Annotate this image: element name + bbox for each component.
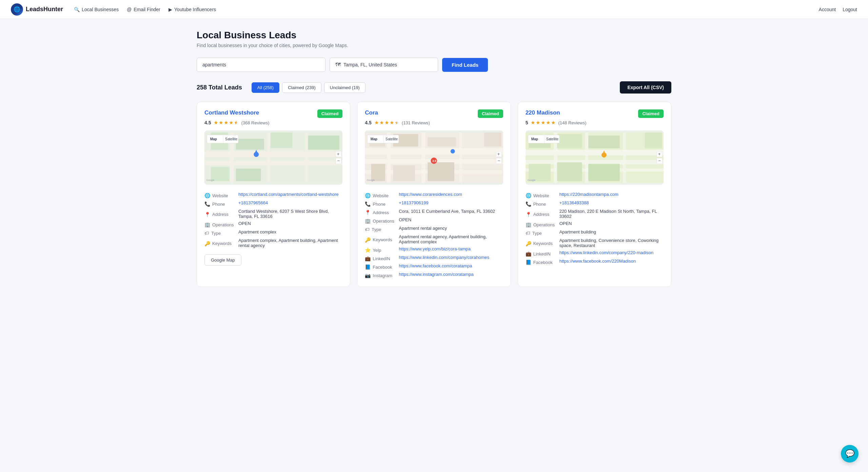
linkedin-link-2[interactable]: https://www.linkedin.com/company/corahom… xyxy=(399,255,503,261)
svg-text:−: − xyxy=(337,158,340,163)
operations-3: OPEN xyxy=(559,221,664,227)
facebook-link-2[interactable]: https://www.facebook.com/coratampa xyxy=(399,263,503,270)
website-link-3[interactable]: https://220madisontampa.com xyxy=(559,192,664,198)
claimed-badge-1: Claimed xyxy=(317,109,343,118)
page-title: Local Business Leads xyxy=(197,30,671,41)
svg-text:−: − xyxy=(498,158,500,163)
navbar-links: 🔍 Local Businesses @ Email Finder ▶ Yout… xyxy=(74,7,216,12)
logout-link[interactable]: Logout xyxy=(843,7,857,12)
brand-logo-icon: 🌐 xyxy=(11,3,23,16)
nav-local-businesses[interactable]: 🔍 Local Businesses xyxy=(74,7,119,12)
operations-2: OPEN xyxy=(399,217,503,224)
svg-rect-4 xyxy=(267,132,270,183)
address-1: Cortland Westshore, 6207 S West Shore Bl… xyxy=(238,209,342,219)
website-link-1[interactable]: https://cortland.com/apartments/cortland… xyxy=(238,192,342,198)
svg-text:Satellite: Satellite xyxy=(225,137,238,141)
total-leads-label: 258 Total Leads xyxy=(197,84,242,91)
filter-all-button[interactable]: All (258) xyxy=(252,82,279,93)
svg-rect-9 xyxy=(308,136,339,150)
svg-rect-11 xyxy=(236,168,261,181)
youtube-icon: ▶ xyxy=(169,7,172,12)
svg-text:+: + xyxy=(337,151,340,157)
website-link-2[interactable]: https://www.coraresidences.com xyxy=(399,192,503,198)
svg-rect-51 xyxy=(526,160,664,164)
svg-rect-29 xyxy=(459,132,462,183)
svg-rect-56 xyxy=(645,132,662,148)
filter-unclaimed-button[interactable]: Unclaimed (19) xyxy=(324,82,366,93)
claimed-badge-3: Claimed xyxy=(638,109,664,118)
rating-number-1: 4.5 xyxy=(204,120,211,125)
page-subtitle: Find local businesses in your choice of … xyxy=(197,43,671,48)
svg-rect-61 xyxy=(557,162,582,181)
nav-email-finder[interactable]: @ Email Finder xyxy=(127,7,160,12)
nav-youtube-influencers[interactable]: ▶ Youtube Influencers xyxy=(169,7,216,12)
info-rows-3: 🌐Website https://220madisontampa.com 📞Ph… xyxy=(526,191,664,266)
brand-logo-link[interactable]: 🌐 LeadsHunter xyxy=(11,3,63,16)
map-placeholder-2: 3.9 Google Map Satellite + − xyxy=(365,130,503,185)
svg-point-39 xyxy=(451,149,455,153)
search-bar: 🗺 Find Leads xyxy=(197,58,671,72)
keywords-1: Apartment complex, Apartment building, A… xyxy=(238,238,342,248)
brand-name: LeadsHunter xyxy=(26,6,63,13)
filter-row: 258 Total Leads All (258) Claimed (239) … xyxy=(197,81,671,94)
svg-point-12 xyxy=(254,152,259,157)
svg-text:Map: Map xyxy=(210,137,217,141)
instagram-link-2[interactable]: https://www.instagram.com/coratampa xyxy=(399,272,503,278)
claimed-badge-2: Claimed xyxy=(478,109,503,118)
email-icon: @ xyxy=(127,7,132,12)
svg-rect-24 xyxy=(365,148,503,155)
filter-claimed-button[interactable]: Claimed (239) xyxy=(282,82,321,93)
svg-rect-59 xyxy=(588,136,620,148)
card-rating-1: 4.5 ★ ★ ★ ★ ★★ (368 Reviews) xyxy=(204,120,342,126)
export-csv-button[interactable]: Export All (CSV) xyxy=(620,81,671,94)
navbar: 🌐 LeadsHunter 🔍 Local Businesses @ Email… xyxy=(0,0,868,19)
lead-card-3: Claimed 220 Madison 5 ★ ★ ★ ★ ★ (148 Rev… xyxy=(518,102,671,287)
operations-1: OPEN xyxy=(238,221,342,227)
svg-rect-54 xyxy=(585,132,588,183)
yelp-link-2[interactable]: https://www.yelp.com/biz/cora-tampa xyxy=(399,246,503,253)
card-rating-3: 5 ★ ★ ★ ★ ★ (148 Reviews) xyxy=(526,120,664,126)
account-link[interactable]: Account xyxy=(819,7,836,12)
svg-text:−: − xyxy=(658,158,661,163)
svg-text:+: + xyxy=(658,151,660,157)
svg-rect-1 xyxy=(204,151,342,157)
svg-rect-55 xyxy=(623,132,626,183)
svg-rect-62 xyxy=(588,164,620,181)
linkedin-link-3[interactable]: https://www.linkedin.com/company/220-mad… xyxy=(559,250,664,256)
keywords-2: Apartment rental agency, Apartment build… xyxy=(399,234,503,244)
rating-number-2: 4.5 xyxy=(365,120,371,125)
lead-card-1: Claimed Cortland Westshore 4.5 ★ ★ ★ ★ ★… xyxy=(197,102,350,287)
navbar-right: Account Logout xyxy=(819,7,857,12)
stars-3: ★ ★ ★ ★ ★ xyxy=(531,120,555,126)
main-content: Local Business Leads Find local business… xyxy=(183,19,685,298)
location-input-wrap: 🗺 xyxy=(330,58,438,72)
svg-rect-8 xyxy=(270,132,292,148)
phone-link-2[interactable]: +18137906199 xyxy=(399,200,503,207)
phone-link-1[interactable]: +18137965664 xyxy=(238,200,342,207)
find-leads-button[interactable]: Find Leads xyxy=(442,58,488,72)
svg-rect-5 xyxy=(305,132,308,183)
stars-1: ★ ★ ★ ★ ★★ xyxy=(214,120,238,126)
svg-rect-58 xyxy=(557,134,582,148)
type-1: Apartment complex xyxy=(238,229,342,236)
facebook-link-3[interactable]: https://www.facebook.com/220Madison xyxy=(559,259,664,265)
svg-rect-2 xyxy=(204,161,342,165)
map-placeholder-1: Google Map Satellite + − xyxy=(204,130,342,185)
info-rows-2: 🌐Website https://www.coraresidences.com … xyxy=(365,191,503,279)
svg-rect-36 xyxy=(428,162,454,181)
phone-link-3[interactable]: +18136493388 xyxy=(559,200,664,207)
svg-text:Google: Google xyxy=(527,179,535,182)
reviews-3: (148 Reviews) xyxy=(558,120,586,125)
map-placeholder-3: Google Map Satellite + − xyxy=(526,130,664,185)
stars-2: ★ ★ ★ ★ ★★ xyxy=(374,120,399,126)
google-map-button-1[interactable]: Google Map xyxy=(204,254,241,266)
keyword-input[interactable] xyxy=(197,58,326,72)
map-icon: 🗺 xyxy=(335,62,341,68)
address-3: 220 Madison, 220 E Madison St North, Tam… xyxy=(559,209,664,219)
svg-rect-30 xyxy=(484,132,501,147)
keywords-3: Apartment building, Convenience store, C… xyxy=(559,238,664,248)
svg-text:Map: Map xyxy=(531,137,538,141)
svg-text:Satellite: Satellite xyxy=(546,137,559,141)
svg-text:Google: Google xyxy=(367,179,375,182)
location-input[interactable] xyxy=(343,58,432,71)
